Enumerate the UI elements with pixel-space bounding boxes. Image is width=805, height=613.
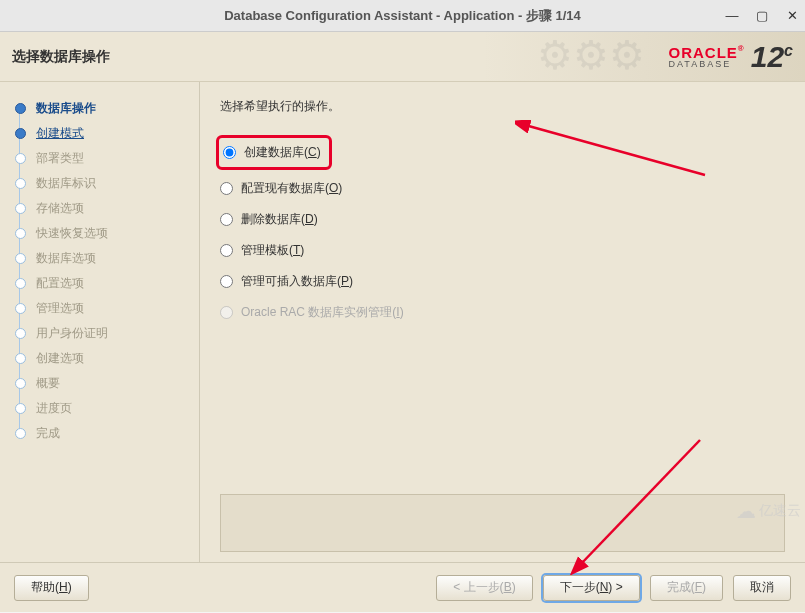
step-credentials: 用户身份证明 — [14, 321, 199, 346]
close-icon[interactable]: ✕ — [785, 8, 799, 23]
radio-manage-pdb[interactable] — [220, 275, 233, 288]
maximize-icon[interactable]: ▢ — [755, 8, 769, 23]
step-progress: 进度页 — [14, 396, 199, 421]
step-fast-recovery: 快速恢复选项 — [14, 221, 199, 246]
step-config-options: 配置选项 — [14, 271, 199, 296]
option-delete-database[interactable]: 删除数据库(D) — [220, 211, 785, 228]
step-deploy-type: 部署类型 — [14, 146, 199, 171]
step-manage-options: 管理选项 — [14, 296, 199, 321]
radio-rac-manage — [220, 306, 233, 319]
message-area — [220, 494, 785, 552]
highlight-annotation: 创建数据库(C) — [216, 135, 332, 170]
watermark: ☁ 亿速云 — [736, 499, 801, 523]
minimize-icon[interactable]: — — [725, 8, 739, 23]
cancel-button[interactable]: 取消 — [733, 575, 791, 601]
window-titlebar: Database Configuration Assistant - Appli… — [0, 0, 805, 32]
radio-manage-templates[interactable] — [220, 244, 233, 257]
page-title: 选择数据库操作 — [12, 48, 110, 66]
step-create-mode[interactable]: 创建模式 — [14, 121, 199, 146]
step-summary: 概要 — [14, 371, 199, 396]
step-finish: 完成 — [14, 421, 199, 446]
step-storage: 存储选项 — [14, 196, 199, 221]
content-panel: 选择希望执行的操作。 创建数据库(C) 配置现有数据库(O) 删除数据库(D) … — [200, 82, 805, 562]
wizard-footer: 帮助(H) < 上一步(B) 下一步(N) > 完成(F) 取消 — [0, 562, 805, 612]
option-configure-database[interactable]: 配置现有数据库(O) — [220, 180, 785, 197]
option-rac-manage: Oracle RAC 数据库实例管理(I) — [220, 304, 785, 321]
option-create-database[interactable]: 创建数据库(C) — [223, 144, 321, 161]
wizard-sidebar: 数据库操作 创建模式 部署类型 数据库标识 存储选项 快速恢复选项 数据库选项 … — [0, 82, 200, 562]
main-area: 数据库操作 创建模式 部署类型 数据库标识 存储选项 快速恢复选项 数据库选项 … — [0, 82, 805, 562]
step-db-options: 数据库选项 — [14, 246, 199, 271]
option-manage-templates[interactable]: 管理模板(T) — [220, 242, 785, 259]
help-button[interactable]: 帮助(H) — [14, 575, 89, 601]
gears-decoration: ⚙⚙⚙ — [537, 32, 645, 82]
radio-configure-database[interactable] — [220, 182, 233, 195]
operation-options: 创建数据库(C) 配置现有数据库(O) 删除数据库(D) 管理模板(T) 管理可… — [220, 135, 785, 321]
step-list: 数据库操作 创建模式 部署类型 数据库标识 存储选项 快速恢复选项 数据库选项 … — [14, 96, 199, 446]
step-database-operation[interactable]: 数据库操作 — [14, 96, 199, 121]
radio-create-database[interactable] — [223, 146, 236, 159]
radio-delete-database[interactable] — [220, 213, 233, 226]
step-create-options: 创建选项 — [14, 346, 199, 371]
step-db-id: 数据库标识 — [14, 171, 199, 196]
cloud-icon: ☁ — [736, 499, 756, 523]
finish-button: 完成(F) — [650, 575, 723, 601]
page-header: 选择数据库操作 ⚙⚙⚙ ORACLE® DATABASE 12c — [0, 32, 805, 82]
back-button: < 上一步(B) — [436, 575, 532, 601]
next-button[interactable]: 下一步(N) > — [543, 575, 640, 601]
window-title: Database Configuration Assistant - Appli… — [224, 7, 581, 25]
instruction-text: 选择希望执行的操作。 — [220, 98, 785, 115]
option-manage-pdb[interactable]: 管理可插入数据库(P) — [220, 273, 785, 290]
window-controls: — ▢ ✕ — [725, 8, 799, 23]
brand-logo: ORACLE® DATABASE 12c — [668, 42, 793, 72]
oracle-version: 12c — [751, 42, 793, 72]
